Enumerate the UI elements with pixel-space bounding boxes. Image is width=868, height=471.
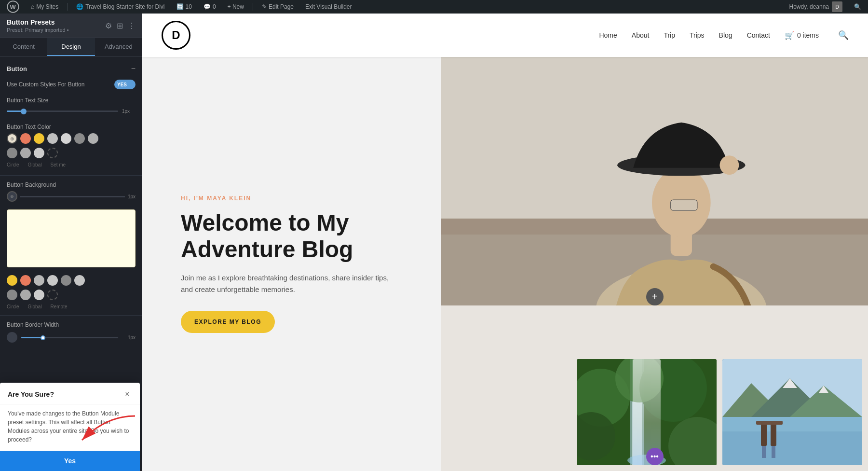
comments-icon: 💬 — [203, 3, 211, 10]
color-swatch-gray2[interactable] — [61, 133, 71, 144]
cart-widget[interactable]: 🛒 0 items — [785, 31, 819, 40]
panel-header-info: Button Presets Preset: Primary imported … — [7, 18, 69, 33]
my-sites-icon: ⌂ — [31, 3, 34, 10]
search-admin-button[interactable]: 🔍 — [851, 0, 864, 14]
border-color-swatch[interactable] — [7, 332, 17, 343]
logo-letter: D — [172, 28, 180, 42]
panel-header: Button Presets Preset: Primary imported … — [0, 14, 142, 38]
bg-swatch-orange[interactable] — [20, 275, 31, 286]
color-swatch-orange[interactable] — [20, 133, 31, 144]
edit-icon: ✎ — [262, 3, 267, 10]
bg-label: Button Background — [7, 181, 136, 188]
bg-swatch-yellow[interactable] — [7, 275, 17, 286]
hero-content: HI, I'M MAYA KLEIN Welcome to My Adventu… — [181, 195, 403, 333]
border-width-value: 1px — [122, 335, 136, 340]
search-site-icon[interactable]: 🔍 — [838, 30, 849, 41]
grid-icon[interactable]: ⊞ — [117, 21, 123, 30]
swatch-labels-2: Circle Global Remote — [7, 304, 136, 309]
site-nav-links: Home About Trip Trips Blog Contact 🛒 0 i… — [599, 30, 849, 41]
nav-blog[interactable]: Blog — [719, 31, 732, 39]
color-swatch-transparent[interactable] — [47, 148, 58, 158]
svg-rect-15 — [632, 359, 642, 465]
custom-styles-toggle[interactable]: YES — [114, 80, 136, 89]
site-icon: 🌐 — [76, 3, 83, 10]
hero-add-button[interactable]: + — [646, 288, 664, 305]
color-swatch-dark2[interactable] — [20, 148, 31, 158]
bg-section: Button Background ⊕ 1px — [7, 181, 136, 202]
exit-builder-button[interactable]: Exit Visual Builder — [302, 0, 355, 14]
add-icon: + — [652, 291, 658, 302]
settings-icon[interactable]: ⚙ — [105, 21, 112, 30]
bg-swatch-dark2[interactable] — [20, 290, 31, 300]
site-name-label: Travel Blog Starter Site for Divi — [85, 3, 164, 10]
more-icon[interactable]: ⋮ — [128, 21, 136, 30]
howdy-label: Howdy, deanna — [789, 3, 829, 10]
search-admin-icon: 🔍 — [854, 3, 861, 10]
hero-photo-svg — [441, 57, 868, 305]
panel-tabs: Content Design Advanced — [0, 38, 142, 56]
button-section-title: Button — [7, 65, 27, 72]
text-size-slider-thumb[interactable] — [21, 109, 27, 114]
bg-dropper[interactable]: ⊕ — [7, 191, 17, 202]
hero-cta-button[interactable]: EXPLORE MY BLOG — [181, 311, 275, 333]
text-size-slider-track[interactable] — [7, 111, 118, 112]
comments-button[interactable]: 💬 0 — [201, 0, 219, 14]
bg-swatch-gray4[interactable] — [74, 275, 85, 286]
user-menu[interactable]: Howdy, deanna D — [787, 0, 846, 14]
bg-value: 1px — [128, 194, 136, 199]
bg-swatch-gray1[interactable] — [34, 275, 44, 286]
color-swatch-gray3[interactable] — [74, 133, 85, 144]
bg-swatch-transparent[interactable] — [47, 290, 58, 300]
bg-swatch-gray2[interactable] — [47, 275, 58, 286]
border-width-slider-track[interactable] — [21, 337, 118, 338]
dialog-title: Are You Sure? — [8, 390, 54, 398]
border-width-slider-row: 1px — [7, 332, 136, 343]
color-swatch-light[interactable] — [34, 148, 44, 158]
color-swatch-dark1[interactable] — [7, 148, 17, 158]
dialog-close-button[interactable]: × — [122, 389, 132, 399]
bg-swatch-gray3[interactable] — [61, 275, 71, 286]
dialog-header: Are You Sure? × — [0, 383, 140, 404]
image-card-waterfall — [577, 359, 717, 465]
edit-page-button[interactable]: ✎ Edit Page — [259, 0, 297, 14]
tab-design[interactable]: Design — [47, 38, 95, 56]
nav-trip[interactable]: Trip — [664, 31, 675, 39]
bg-swatch-light[interactable] — [34, 290, 44, 300]
tab-content[interactable]: Content — [0, 38, 47, 56]
updates-button[interactable]: 🔄 10 — [174, 0, 195, 14]
site-name-button[interactable]: 🌐 Travel Blog Starter Site for Divi — [73, 0, 167, 14]
dialog-yes-label: Yes — [64, 457, 76, 465]
color-swatch-yellow[interactable] — [34, 133, 44, 144]
nav-about[interactable]: About — [632, 31, 650, 39]
avatar: D — [832, 1, 842, 12]
panel-title: Button Presets — [7, 18, 69, 26]
dropper-swatch[interactable]: ⊕ — [7, 133, 17, 144]
color-swatch-gray4[interactable] — [88, 133, 98, 144]
bg-swatch-dark1[interactable] — [7, 290, 17, 300]
border-width-section: Button Border Width 1px — [7, 321, 136, 343]
site-logo[interactable]: D — [162, 21, 190, 50]
border-width-slider-thumb[interactable] — [41, 335, 45, 340]
nav-home[interactable]: Home — [599, 31, 617, 39]
dots-icon: ••• — [651, 452, 659, 461]
my-sites-button[interactable]: ⌂ My Sites — [28, 0, 61, 14]
hero-description: Join me as I explore breathtaking destin… — [181, 272, 403, 295]
exit-builder-label: Exit Visual Builder — [305, 3, 352, 10]
dialog-yes-button[interactable]: Yes — [0, 451, 140, 471]
text-color-label: Button Text Color — [7, 124, 136, 130]
dropper-icon: ⊕ — [10, 136, 14, 141]
bg-dropper-icon: ⊕ — [10, 194, 14, 199]
updates-icon: 🔄 — [176, 3, 184, 10]
wp-logo-button[interactable]: W — [4, 0, 22, 14]
tab-advanced[interactable]: Advanced — [95, 38, 142, 56]
purple-dot-button[interactable]: ••• — [646, 448, 664, 465]
nav-contact[interactable]: Contact — [747, 31, 770, 39]
nav-trips[interactable]: Trips — [690, 31, 705, 39]
new-button[interactable]: + New — [225, 0, 247, 14]
color-swatch-gray1[interactable] — [47, 133, 58, 144]
button-section-close[interactable]: − — [131, 64, 136, 73]
cart-label: 0 items — [797, 31, 819, 39]
svg-rect-33 — [762, 446, 766, 458]
svg-rect-34 — [772, 446, 775, 458]
bg-swatches-row2 — [7, 290, 136, 300]
